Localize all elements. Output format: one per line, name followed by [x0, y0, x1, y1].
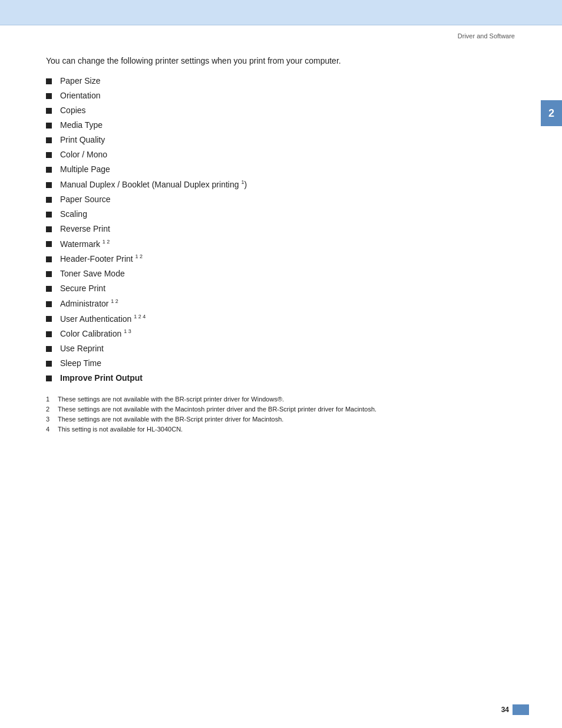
- top-banner: [0, 0, 562, 25]
- item-text: Manual Duplex / Booklet (Manual Duplex p…: [60, 179, 247, 189]
- main-content: You can change the following printer set…: [46, 56, 529, 436]
- list-item: Use Reprint: [46, 344, 529, 353]
- bullet-icon: [46, 286, 52, 292]
- list-item: Secure Print: [46, 284, 529, 293]
- list-item: Color / Mono: [46, 150, 529, 159]
- item-text: Toner Save Mode: [60, 269, 125, 278]
- item-text: Secure Print: [60, 284, 105, 293]
- feature-list: Paper SizeOrientationCopiesMedia TypePri…: [46, 76, 529, 383]
- bullet-icon: [46, 271, 52, 277]
- footnote: 4This setting is not available for HL-30…: [46, 426, 529, 433]
- item-text: Paper Source: [60, 195, 111, 204]
- list-item: Sleep Time: [46, 358, 529, 368]
- chapter-tab: 2: [541, 100, 562, 126]
- bullet-icon: [46, 167, 52, 173]
- bullet-icon: [46, 78, 52, 84]
- list-item: Orientation: [46, 91, 529, 100]
- item-text: Orientation: [60, 91, 100, 100]
- bullet-icon: [46, 256, 52, 262]
- page-number-area: 34: [501, 704, 529, 715]
- footnote-num: 1: [46, 396, 58, 403]
- footnote-text: These settings are not available with th…: [58, 416, 283, 423]
- list-item: Scaling: [46, 209, 529, 219]
- item-text: User Authentication 1 2 4: [60, 314, 146, 324]
- list-item: Copies: [46, 106, 529, 115]
- list-item: Header-Footer Print 1 2: [46, 253, 529, 263]
- bullet-icon: [46, 375, 52, 381]
- item-text: Sleep Time: [60, 358, 101, 368]
- item-text: Color Calibration 1 3: [60, 328, 131, 338]
- footnote-text: This setting is not available for HL-304…: [58, 426, 183, 433]
- list-item: Watermark 1 2: [46, 239, 529, 249]
- list-item: Print Quality: [46, 135, 529, 144]
- list-item: User Authentication 1 2 4: [46, 314, 529, 324]
- item-text: Reverse Print: [60, 224, 110, 233]
- list-item: Paper Size: [46, 76, 529, 85]
- list-item: Reverse Print: [46, 224, 529, 233]
- list-item: Paper Source: [46, 195, 529, 204]
- footnote: 2These settings are not available with t…: [46, 406, 529, 413]
- footnote-num: 4: [46, 426, 58, 433]
- footnote-num: 3: [46, 416, 58, 423]
- bullet-icon: [46, 123, 52, 129]
- item-text: Improve Print Output: [60, 373, 143, 383]
- list-item: Multiple Page: [46, 164, 529, 174]
- top-line: [0, 25, 562, 25]
- item-text: Color / Mono: [60, 150, 107, 159]
- item-text: Watermark 1 2: [60, 239, 110, 249]
- item-text: Header-Footer Print 1 2: [60, 253, 143, 263]
- bullet-icon: [46, 301, 52, 307]
- bullet-icon: [46, 331, 52, 337]
- footnote-text: These settings are not available with th…: [58, 396, 284, 403]
- bullet-icon: [46, 93, 52, 99]
- list-item: Color Calibration 1 3: [46, 328, 529, 338]
- list-item: Media Type: [46, 120, 529, 130]
- intro-text: You can change the following printer set…: [46, 56, 529, 65]
- item-text: Paper Size: [60, 76, 100, 85]
- item-text: Use Reprint: [60, 344, 104, 353]
- page-num-box: [513, 704, 529, 715]
- list-item: Improve Print Output: [46, 373, 529, 383]
- item-text: Multiple Page: [60, 164, 110, 174]
- list-item: Manual Duplex / Booklet (Manual Duplex p…: [46, 179, 529, 189]
- footnote: 1These settings are not available with t…: [46, 396, 529, 403]
- bullet-icon: [46, 316, 52, 322]
- footnotes-section: 1These settings are not available with t…: [46, 396, 529, 433]
- item-text: Print Quality: [60, 135, 105, 144]
- bullet-icon: [46, 226, 52, 232]
- list-item: Toner Save Mode: [46, 269, 529, 278]
- bullet-icon: [46, 108, 52, 114]
- item-text: Scaling: [60, 209, 87, 219]
- bullet-icon: [46, 346, 52, 352]
- bullet-icon: [46, 241, 52, 247]
- header-label: Driver and Software: [458, 32, 515, 39]
- item-text: Media Type: [60, 120, 103, 130]
- bullet-icon: [46, 182, 52, 188]
- list-item: Administrator 1 2: [46, 298, 529, 308]
- bullet-icon: [46, 152, 52, 158]
- bullet-icon: [46, 361, 52, 367]
- footnote-text: These settings are not available with th…: [58, 406, 376, 413]
- bullet-icon: [46, 197, 52, 203]
- page-num-text: 34: [501, 706, 509, 714]
- footnote: 3These settings are not available with t…: [46, 416, 529, 423]
- footnote-num: 2: [46, 406, 58, 413]
- bullet-icon: [46, 212, 52, 218]
- item-text: Administrator 1 2: [60, 298, 118, 308]
- bullet-icon: [46, 137, 52, 143]
- item-text: Copies: [60, 106, 86, 115]
